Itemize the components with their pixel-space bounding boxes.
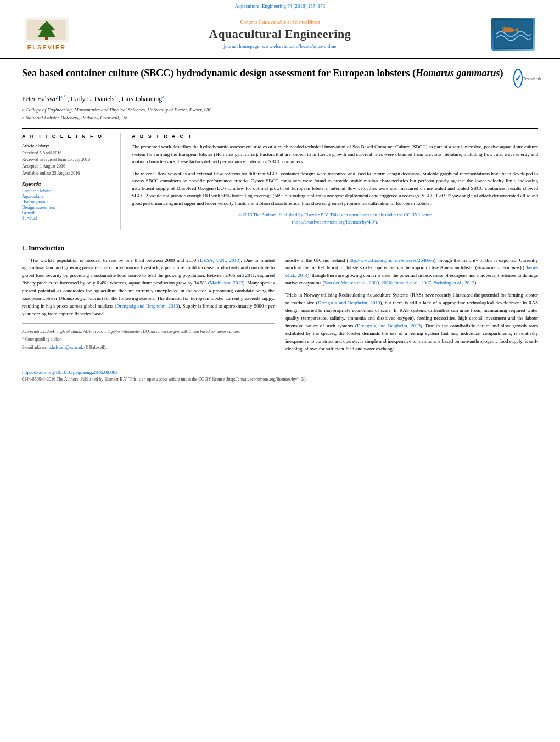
intro-p-right1: mostly in the UK and Ireland (http://www… <box>285 257 538 288</box>
received-date: Received 5 April 2016 <box>22 150 112 156</box>
sciencedirect-link-text: ScienceDirect <box>292 19 320 25</box>
elsevier-logo: ELSEVIER <box>25 18 69 51</box>
revised-date: Received in revised form 26 July 2016 <box>22 157 112 163</box>
ref-vandermeeren[interactable]: Van der Meeren et al., 2000, 2010; Jørst… <box>324 280 474 286</box>
journal-name: Aquacultural Engineering <box>88 27 472 41</box>
intro-left-col: The world's population is forecast to ri… <box>22 257 275 358</box>
footnote-email: E-mail address: p.halswell@ex.ac.uk (P. … <box>22 344 275 350</box>
abstract-p1: The presented work describes the hydrody… <box>132 143 538 166</box>
footnote-corresponding: * Corresponding author. <box>22 336 275 342</box>
journal-citation-bar: Aquacultural Engineering 74 (2016) 157–1… <box>0 0 560 10</box>
abstract-heading: A B S T R A C T <box>132 133 538 139</box>
intro-text-left: The world's population is forecast to ri… <box>22 257 275 319</box>
history-label: Article history: <box>22 143 112 148</box>
doi-line: http://dx.doi.org/10.1016/j.aquaeng.2016… <box>22 370 538 375</box>
affiliations: a College of Engineering, Mathematics an… <box>22 107 538 121</box>
elsevier-logo-container: ELSEVIER <box>16 15 77 53</box>
keywords-section: Keywords: European lobster Aquaculture H… <box>22 182 112 221</box>
ref-drengstig3[interactable]: Drengstig and Bergheim, 2013 <box>357 323 421 328</box>
ref-drengstig2[interactable]: Drengstig and Bergheim, 2013 <box>318 300 380 305</box>
journal-homepage-label: journal homepage: www.elsevier.com/locat… <box>88 43 472 49</box>
svg-rect-5 <box>495 20 532 48</box>
abstract-p2: The internal flow velocities and externa… <box>132 170 538 208</box>
abstract-divider <box>22 236 538 236</box>
journal-homepage-url: www.elsevier.com/locate/aqua-online <box>262 43 336 49</box>
keywords-label: Keywords: <box>22 182 112 187</box>
elsevier-tree-icon <box>25 18 69 42</box>
intro-p-right2: Trials in Norway utilising Recirculating… <box>285 292 538 353</box>
article-info-col: A R T I C L E I N F O Article history: R… <box>22 133 121 230</box>
crossmark-icon[interactable]: ✓ <box>513 69 523 88</box>
journal-header: ELSEVIER Contents lists available at Sci… <box>0 10 560 59</box>
keyword-1[interactable]: European lobster <box>22 188 112 193</box>
keyword-3[interactable]: Hydrodynamic <box>22 199 112 204</box>
crossmark-container[interactable]: ✓ CrossMark <box>516 67 538 89</box>
info-abstract-cols: A R T I C L E I N F O Article history: R… <box>22 133 538 230</box>
intro-text-right: mostly in the UK and Ireland (http://www… <box>285 257 538 353</box>
intro-right-col: mostly in the UK and Ireland (http://www… <box>285 257 538 358</box>
author-lars: , Lars Johanning <box>119 95 163 103</box>
article-history: Article history: Received 5 April 2016 R… <box>22 143 112 176</box>
author-sup1: a,* <box>60 94 66 99</box>
available-date: Available online 25 August 2016 <box>22 170 112 176</box>
author-sup3: a <box>162 94 164 99</box>
abstract-col: A B S T R A C T The presented work descr… <box>132 133 538 230</box>
intro-p1: The world's population is forecast to ri… <box>22 257 275 319</box>
aq-eng-logo-container <box>483 15 544 53</box>
intro-two-col: The world's population is forecast to ri… <box>22 257 538 358</box>
email-link[interactable]: p.halswell@ex.ac.uk <box>49 345 83 350</box>
affil-b: b National Lobster Hatchery, Padstow, Co… <box>22 114 538 122</box>
sciencedirect-label: Contents lists available at ScienceDirec… <box>88 19 472 25</box>
abstract-text: The presented work describes the hydrody… <box>132 143 538 226</box>
svg-rect-3 <box>45 37 48 40</box>
keyword-6[interactable]: Survival <box>22 216 112 221</box>
author-carly: , Carly L. Daniels <box>68 95 115 103</box>
article-title: Sea based container culture (SBCC) hydro… <box>22 67 516 80</box>
journal-citation: Aquacultural Engineering 74 (2016) 157–1… <box>235 3 325 9</box>
aq-eng-logo-icon <box>494 18 533 51</box>
elsevier-wordmark: ELSEVIER <box>27 44 66 51</box>
bottom-bar: http://dx.doi.org/10.1016/j.aquaeng.2016… <box>22 366 538 382</box>
cc-license-line: © 2016 The Authors. Published by Elsevie… <box>132 211 538 226</box>
authors-line: Peter Halswella,* , Carly L. Danielsb , … <box>22 94 538 103</box>
title-divider <box>22 128 538 129</box>
ref-drengstig1[interactable]: Drengstig and Bergheim, 2013 <box>116 303 178 309</box>
keyword-5[interactable]: Growth <box>22 210 112 215</box>
intro-section-title: 1. Introduction <box>22 244 538 253</box>
author-peter: Peter Halswell <box>22 95 60 103</box>
article-info-heading: A R T I C L E I N F O <box>22 133 112 139</box>
article-content: Sea based container culture (SBCC) hydro… <box>0 59 560 393</box>
title-section: Sea based container culture (SBCC) hydro… <box>22 67 538 89</box>
page: Aquacultural Engineering 74 (2016) 157–1… <box>0 0 560 742</box>
svg-point-6 <box>502 27 514 32</box>
keyword-2[interactable]: Aquaculture <box>22 194 112 199</box>
body-content: 1. Introduction The world's population i… <box>22 244 538 358</box>
copyright-line: 0144-8609/© 2016 The Authors. Published … <box>22 377 538 382</box>
journal-title-area: Contents lists available at ScienceDirec… <box>77 19 483 49</box>
keyword-4[interactable]: Design assessment <box>22 205 112 210</box>
ref-mathiesen[interactable]: Mathiesen, 2012 <box>210 280 243 286</box>
author-sup2: b <box>115 94 117 99</box>
cc-link[interactable]: (http://creativecommons.org/licenses/by/… <box>292 219 378 225</box>
affil-a: a College of Engineering, Mathematics an… <box>22 107 538 114</box>
footnote-abbrev: Abbreviations: AoA, angle of attack; ADV… <box>22 328 275 334</box>
ref-fao[interactable]: http://www.fao.org/fishery/species/2648/… <box>348 258 434 263</box>
crossmark-label: CrossMark <box>523 77 541 81</box>
footnotes: Abbreviations: AoA, angle of attack; ADV… <box>22 323 275 350</box>
doi-link[interactable]: http://dx.doi.org/10.1016/j.aquaeng.2016… <box>22 370 118 375</box>
ref-desa[interactable]: DESA, U.N., 2013 <box>200 258 239 263</box>
accepted-date: Accepted 1 August 2016 <box>22 163 112 169</box>
aq-eng-logo <box>491 18 535 51</box>
